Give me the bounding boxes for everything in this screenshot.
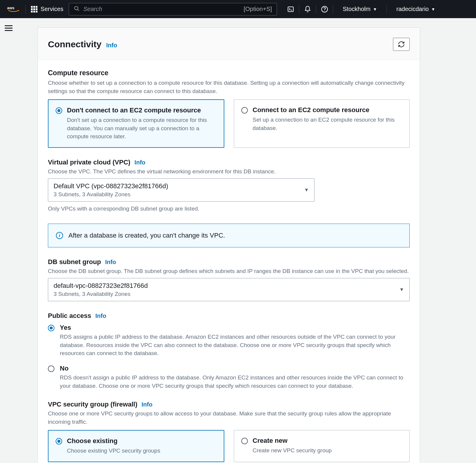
help-icon[interactable] [316, 3, 333, 15]
subnet-select[interactable]: default-vpc-08827323e2f81766d 3 Subnets,… [48, 278, 410, 301]
tile-title: Choose existing [67, 437, 217, 445]
sg-info-link[interactable]: Info [142, 401, 153, 408]
divider [333, 5, 333, 13]
subnet-label: DB subnet group [48, 258, 101, 266]
user-name: radecicdario [396, 6, 429, 12]
subnet-group-section: DB subnet group Info Choose the DB subne… [48, 258, 410, 302]
radio-icon [48, 365, 54, 372]
tile-title: Connect to an EC2 compute resource [253, 106, 402, 114]
tile-desc: Set up a connection to an EC2 compute re… [253, 116, 402, 132]
vpc-warning-text: After a database is created, you can't c… [68, 232, 225, 239]
sg-label: VPC security group (firewall) [48, 401, 137, 408]
compute-title: Compute resource [48, 69, 410, 77]
vpc-section: Virtual private cloud (VPC) Info Choose … [48, 158, 410, 213]
notifications-icon[interactable] [299, 3, 316, 15]
panel-title: Connectivity [48, 39, 101, 49]
divider [386, 5, 387, 13]
option-label: No [60, 365, 410, 372]
refresh-icon [398, 41, 405, 48]
search-shortcut-hint: [Option+S] [244, 6, 272, 12]
option-desc: RDS assigns a public IP address to the d… [60, 333, 410, 357]
panel-info-link[interactable]: Info [106, 42, 117, 49]
global-search[interactable]: [Option+S] [69, 3, 277, 15]
refresh-button[interactable] [393, 38, 410, 51]
svg-text:aws: aws [7, 6, 15, 10]
region-selector[interactable]: Stockholm ▼ [339, 6, 381, 12]
radio-icon [56, 438, 62, 445]
svg-rect-3 [288, 7, 293, 12]
chevron-down-icon: ▼ [399, 287, 404, 292]
cloudshell-icon[interactable] [282, 3, 299, 15]
sg-option-choose-existing[interactable]: Choose existing Choose existing VPC secu… [48, 430, 224, 462]
compute-option-dont-connect[interactable]: Don't connect to an EC2 compute resource… [48, 99, 224, 148]
chevron-down-icon: ▼ [304, 187, 309, 193]
public-info-link[interactable]: Info [95, 313, 107, 319]
public-access-section: Public access Info Yes RDS assigns a pub… [48, 312, 410, 390]
tile-title: Don't connect to an EC2 compute resource [67, 106, 217, 114]
subnet-info-link[interactable]: Info [105, 259, 116, 266]
security-group-section: VPC security group (firewall) Info Choos… [48, 401, 410, 462]
search-input[interactable] [83, 6, 240, 12]
aws-logo[interactable]: aws [7, 5, 20, 13]
topbar-actions [282, 3, 333, 15]
top-nav: aws Services [Option+S] Stockholm ▼ rade… [0, 0, 476, 18]
tile-title: Create new [253, 437, 402, 445]
info-icon: i [56, 232, 63, 239]
public-access-yes[interactable]: Yes RDS assigns a public IP address to t… [48, 324, 410, 357]
subnet-select-sub: 3 Subnets, 3 Availability Zones [54, 291, 148, 297]
vpc-select-value: Default VPC (vpc-08827323e2f81766d) [54, 182, 168, 190]
svg-point-1 [75, 6, 78, 10]
vpc-select[interactable]: Default VPC (vpc-08827323e2f81766d) 3 Su… [48, 178, 314, 202]
radio-icon [48, 325, 54, 331]
compute-option-connect-ec2[interactable]: Connect to an EC2 compute resource Set u… [234, 99, 410, 148]
compute-resource-section: Compute resource Choose whether to set u… [48, 69, 410, 148]
sg-option-create-new[interactable]: Create new Create new VPC security group [234, 430, 410, 462]
public-label: Public access [48, 312, 91, 320]
connectivity-panel: Connectivity Info Compute resource Choos… [37, 27, 420, 463]
sg-desc: Choose one or more VPC security groups t… [48, 409, 410, 426]
services-label: Services [40, 6, 63, 12]
tile-desc: Choose existing VPC security groups [67, 447, 217, 455]
vpc-info-link[interactable]: Info [134, 159, 145, 166]
vpc-label: Virtual private cloud (VPC) [48, 158, 130, 166]
sidebar-toggle[interactable] [5, 25, 12, 31]
svg-line-2 [78, 9, 79, 11]
compute-desc: Choose whether to set up a connection to… [48, 79, 410, 95]
divider [25, 5, 26, 13]
tile-desc: Don't set up a connection to a compute r… [67, 116, 217, 141]
svg-point-6 [324, 10, 325, 11]
radio-icon [241, 107, 248, 114]
subnet-select-value: default-vpc-08827323e2f81766d [54, 282, 148, 290]
hamburger-icon [5, 25, 12, 31]
vpc-helper: Only VPCs with a corresponding DB subnet… [48, 205, 410, 213]
account-menu[interactable]: radecicdario ▼ [392, 6, 439, 12]
radio-icon [241, 438, 248, 444]
radio-icon [56, 107, 62, 114]
services-menu[interactable]: Services [31, 6, 63, 12]
tile-desc: Create new VPC security group [253, 446, 402, 455]
panel-header: Connectivity Info [38, 28, 420, 60]
chevron-down-icon: ▼ [431, 7, 435, 12]
chevron-down-icon: ▼ [373, 7, 377, 12]
vpc-desc: Choose the VPC. The VPC defines the virt… [48, 167, 410, 176]
subnet-desc: Choose the DB subnet group. The DB subne… [48, 267, 410, 275]
region-name: Stockholm [343, 6, 370, 12]
public-access-no[interactable]: No RDS doesn't assign a public IP addres… [48, 365, 410, 390]
option-label: Yes [60, 324, 410, 332]
vpc-warning-banner: i After a database is created, you can't… [48, 224, 410, 247]
services-grid-icon [31, 6, 37, 12]
option-desc: RDS doesn't assign a public IP address t… [60, 373, 410, 390]
vpc-select-sub: 3 Subnets, 3 Availability Zones [54, 191, 168, 198]
search-icon [74, 6, 80, 13]
